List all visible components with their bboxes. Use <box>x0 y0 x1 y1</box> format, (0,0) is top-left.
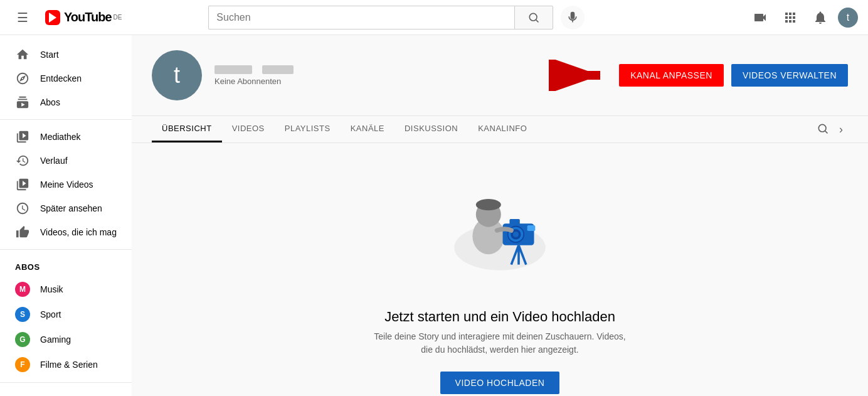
home-icon <box>15 48 30 62</box>
sidebar-item-mag[interactable]: Videos, die ich mag <box>0 220 132 244</box>
sidebar-label-meine-videos: Meine Videos <box>40 179 93 190</box>
sidebar-label-filme: Filme & Serien <box>40 360 98 370</box>
svg-point-4 <box>818 124 826 132</box>
sidebar-item-filme[interactable]: F Filme & Serien <box>0 352 132 377</box>
sidebar-label-entdecken: Entdecken <box>40 73 82 83</box>
channel-name-blurred-2 <box>262 65 294 74</box>
notifications-button[interactable] <box>808 5 833 30</box>
svg-point-0 <box>530 13 537 21</box>
tab-playlists[interactable]: PLAYLISTS <box>275 116 341 142</box>
sidebar-item-abos[interactable]: Abos <box>0 90 132 114</box>
sidebar-label-abos: Abos <box>40 97 60 107</box>
tab-search-button[interactable] <box>812 117 834 142</box>
abos-section-label: ABOS <box>0 255 132 277</box>
tab-kanalinfo[interactable]: KANALINFO <box>468 116 537 142</box>
sidebar-item-verlauf[interactable]: Verlauf <box>0 149 132 173</box>
sport-avatar: S <box>15 307 30 322</box>
upload-illustration <box>437 168 563 294</box>
kanal-anpassen-button[interactable]: KANAL ANPASSEN <box>619 64 724 87</box>
hamburger-icon: ☰ <box>17 10 28 25</box>
mic-icon <box>566 11 579 24</box>
sidebar-label-mag: Videos, die ich mag <box>40 227 117 237</box>
history-icon <box>15 154 30 168</box>
video-hochladen-button[interactable]: VIDEO HOCHLADEN <box>440 372 560 394</box>
liked-icon <box>15 225 30 239</box>
channel-name-row <box>214 65 536 74</box>
upload-title: Jetzt starten und ein Video hochladen <box>384 309 615 325</box>
mehr-section-label: MEHR VON YOUTUBE <box>0 388 132 396</box>
body: Start Entdecken Abos Mediathek <box>0 35 868 396</box>
subscriptions-icon <box>15 95 30 109</box>
filme-avatar: F <box>15 357 30 372</box>
play-triangle <box>49 13 56 23</box>
sidebar-item-spaeter[interactable]: Später ansehen <box>0 196 132 220</box>
sidebar-divider-2 <box>0 249 132 250</box>
my-videos-icon <box>15 178 30 191</box>
explore-icon <box>15 72 30 85</box>
sidebar-divider-1 <box>0 119 132 120</box>
header: ☰ YouTubeDE <box>0 0 868 35</box>
sidebar-item-start[interactable]: Start <box>0 43 132 67</box>
channel-info: Keine Abonnenten <box>214 65 536 86</box>
search-icon <box>527 11 540 24</box>
logo[interactable]: YouTubeDE <box>45 10 122 25</box>
search-bar <box>208 6 585 29</box>
sidebar-label-mediathek: Mediathek <box>40 132 81 142</box>
videos-verwalten-button[interactable]: VIDEOS VERWALTEN <box>731 64 848 87</box>
header-right: t <box>748 5 858 30</box>
arrow-indicator <box>549 60 611 91</box>
sidebar-item-sport[interactable]: S Sport <box>0 302 132 327</box>
upload-svg <box>437 168 563 281</box>
header-left: ☰ YouTubeDE <box>10 5 122 30</box>
avatar[interactable]: t <box>838 8 858 28</box>
gaming-avatar: G <box>15 332 30 347</box>
svg-line-1 <box>536 19 539 22</box>
channel-tabs: ÜBERSICHT VIDEOS PLAYLISTS KANÄLE DISKUS… <box>132 116 868 143</box>
menu-button[interactable]: ☰ <box>10 5 35 30</box>
svg-point-9 <box>476 199 501 210</box>
apps-button[interactable] <box>778 5 803 30</box>
channel-header: t Keine Abonnenten <box>132 35 868 116</box>
tab-diskussion[interactable]: DISKUSSION <box>394 116 468 142</box>
sidebar-item-musik[interactable]: M Musik <box>0 277 132 302</box>
sidebar-label-start: Start <box>40 50 59 60</box>
sidebar-label-spaeter: Später ansehen <box>40 203 102 213</box>
main-content: t Keine Abonnenten <box>132 35 868 396</box>
sidebar-label-musik: Musik <box>40 284 63 294</box>
sidebar-label-verlauf: Verlauf <box>40 156 68 166</box>
channel-name-blurred-1 <box>214 65 252 74</box>
sidebar: Start Entdecken Abos Mediathek <box>0 35 132 396</box>
mic-button[interactable] <box>561 6 585 29</box>
sidebar-item-gaming[interactable]: G Gaming <box>0 327 132 352</box>
tab-more-button[interactable]: › <box>834 118 848 141</box>
search-icon <box>817 122 829 135</box>
create-icon <box>753 10 768 25</box>
sidebar-item-mediathek[interactable]: Mediathek <box>0 125 132 149</box>
sidebar-item-meine-videos[interactable]: Meine Videos <box>0 173 132 196</box>
tab-videos[interactable]: VIDEOS <box>222 116 275 142</box>
search-input[interactable] <box>208 6 514 29</box>
channel-actions: KANAL ANPASSEN VIDEOS VERWALTEN <box>549 60 848 91</box>
red-arrow-icon <box>549 60 611 91</box>
bell-icon <box>813 10 828 25</box>
svg-line-5 <box>825 131 828 133</box>
search-button[interactable] <box>514 6 553 29</box>
channel-avatar: t <box>152 50 202 100</box>
channel-content: Jetzt starten und ein Video hochladen Te… <box>132 143 868 396</box>
sidebar-item-entdecken[interactable]: Entdecken <box>0 67 132 90</box>
sidebar-divider-3 <box>0 382 132 383</box>
apps-icon <box>783 10 798 25</box>
svg-point-13 <box>513 232 519 237</box>
svg-rect-14 <box>509 219 519 225</box>
channel-subs: Keine Abonnenten <box>214 77 536 86</box>
logo-text: YouTube <box>64 10 112 24</box>
create-video-button[interactable] <box>748 5 773 30</box>
library-icon <box>15 130 30 144</box>
watch-later-icon <box>15 201 30 215</box>
tab-kanaele[interactable]: KANÄLE <box>341 116 394 142</box>
sidebar-label-gaming: Gaming <box>40 334 71 345</box>
upload-subtitle: Teile deine Story und interagiere mit de… <box>368 330 632 356</box>
tab-uebersicht[interactable]: ÜBERSICHT <box>152 116 222 142</box>
svg-rect-15 <box>527 225 536 231</box>
sidebar-label-sport: Sport <box>40 309 61 319</box>
